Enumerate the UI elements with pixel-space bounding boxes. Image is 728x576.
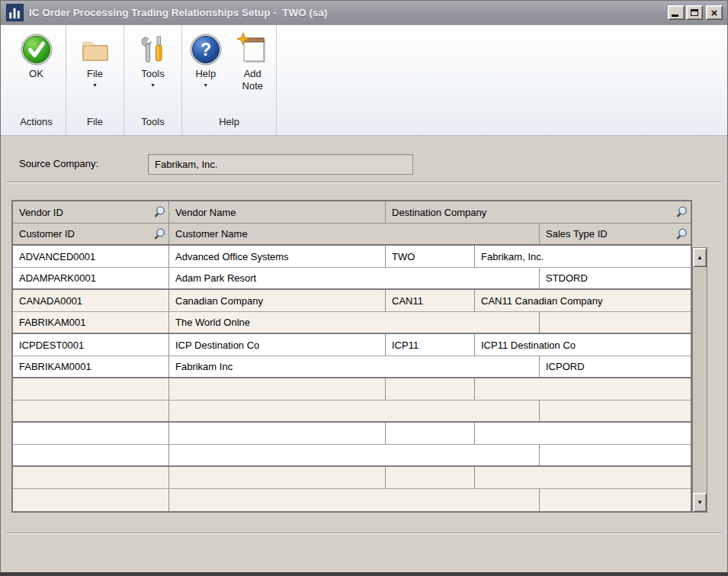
header-destination-company-label: Destination Company [392,207,486,218]
dest-company-name-cell[interactable]: Fabrikam, Inc. [475,246,691,267]
add-note-button[interactable]: Add Note [229,30,277,113]
app-logo-icon [6,4,24,21]
sales-type-id-cell[interactable]: STDORD [540,268,691,288]
header-customer-name-label: Customer Name [175,228,248,240]
grid-header-row-customer: Customer ID Customer Name Sales Type ID [13,224,691,246]
vendor-id-lookup-icon[interactable] [152,205,165,219]
vendor-name-cell[interactable]: Canadian Company [169,290,386,311]
add-note-icon [235,31,270,68]
customer-id-cell[interactable]: ADAMPARK0001 [13,268,169,288]
window-title: IC Order Processing Trading Relationship… [29,7,666,18]
divider-bottom [7,533,721,534]
customer-id-cell[interactable] [13,445,169,465]
grid-row-customer[interactable]: ADAMPARK0001 Adam Park Resort STDORD [13,268,691,290]
add-note-button-label: Add Note [235,68,270,92]
sales-type-id-cell[interactable] [540,489,691,511]
grid-row-vendor[interactable]: ADVANCED0001 Advanced Office Systems TWO… [13,246,691,268]
vendor-name-cell[interactable] [169,423,386,444]
ribbon-group-label-help: Help [182,113,276,135]
sales-type-id-lookup-icon[interactable] [675,227,688,241]
ribbon: OK Actions File ▼ [1,24,727,136]
scroll-up-button[interactable]: ▲ [693,248,707,267]
grid-row-customer[interactable] [13,489,691,511]
file-dropdown-arrow-icon[interactable]: ▼ [92,82,98,88]
source-company-field[interactable]: Fabrikam, Inc. [148,154,413,175]
vendor-id-cell[interactable] [13,423,169,444]
header-vendor-name-label: Vendor Name [175,207,236,218]
customer-id-cell[interactable] [13,401,169,421]
customer-name-cell[interactable]: Adam Park Resort [169,268,540,288]
ok-button[interactable]: OK [13,30,60,113]
sales-type-id-cell[interactable] [540,312,691,333]
dest-company-id-cell[interactable]: TWO [386,246,475,267]
file-button[interactable]: File ▼ [72,30,119,113]
vendor-id-cell[interactable] [13,467,169,488]
customer-name-cell[interactable]: Fabrikam Inc [169,356,540,377]
customer-id-cell[interactable]: FABRIKAM001 [13,312,169,333]
scroll-up-arrow-icon: ▲ [697,254,703,261]
ok-check-icon [19,31,54,68]
customer-id-cell[interactable] [13,489,169,511]
grid-row-vendor[interactable] [13,467,691,489]
maximize-icon [691,9,698,16]
sales-type-id-cell[interactable]: ICPORD [540,356,691,377]
header-vendor-name: Vendor Name [169,201,386,223]
minimize-icon [672,14,678,17]
sales-type-id-cell[interactable] [540,445,691,465]
vendor-name-cell[interactable]: Advanced Office Systems [169,246,386,267]
ribbon-group-file: File ▼ File [66,25,124,135]
vendor-id-cell[interactable]: CANADA0001 [13,290,169,311]
window-content: Source Company: Fabrikam, Inc. Vendor ID… [1,137,727,572]
help-dropdown-arrow-icon[interactable]: ▼ [203,82,208,88]
help-button[interactable]: ? Help ▼ [182,30,229,113]
dest-company-id-cell[interactable]: CAN11 [386,290,475,311]
dest-company-name-cell[interactable] [475,467,691,488]
grid-row-customer[interactable]: FABRIKAM001 The World Onlne [13,312,691,334]
folder-icon [78,31,113,68]
destination-company-lookup-icon[interactable] [675,205,688,219]
vendor-name-cell[interactable] [169,467,386,488]
customer-name-cell[interactable]: The World Onlne [169,312,540,333]
grid-row-customer[interactable] [13,401,691,423]
vendor-id-cell[interactable]: ICPDEST0001 [13,334,169,356]
tools-button-label: Tools [141,68,164,80]
customer-name-cell[interactable] [169,445,540,465]
ribbon-group-label-tools: Tools [124,113,181,135]
tools-button[interactable]: Tools ▼ [130,30,177,113]
dest-company-name-cell[interactable]: CAN11 Canadian Company [475,290,691,311]
vendor-name-cell[interactable]: ICP Destination Co [169,334,386,356]
scroll-down-button[interactable]: ▼ [693,493,707,512]
grid-row-vendor[interactable] [13,423,691,445]
vendor-id-cell[interactable] [13,378,169,400]
source-company-label: Source Company: [19,158,98,169]
customer-id-lookup-icon[interactable] [152,227,165,241]
dest-company-id-cell[interactable] [386,378,475,400]
tools-dropdown-arrow-icon[interactable]: ▼ [150,82,156,88]
ribbon-group-label-file: File [66,113,123,135]
svg-text:?: ? [200,40,211,60]
trading-relationships-grid: Vendor ID Vendor Name Destination Compan… [11,200,692,513]
grid-row-customer[interactable] [13,445,691,467]
vendor-name-cell[interactable] [169,378,386,400]
minimize-button[interactable] [668,5,685,20]
tools-icon [136,31,171,68]
grid-row-vendor[interactable]: ICPDEST0001 ICP Destination Co ICP11 ICP… [13,334,691,356]
dest-company-id-cell[interactable]: ICP11 [386,334,475,356]
grid-vertical-scrollbar[interactable]: ▲ ▼ [692,247,707,513]
dest-company-name-cell[interactable] [475,423,691,444]
customer-name-cell[interactable] [169,489,540,511]
customer-id-cell[interactable]: FABRIKAM0001 [13,356,169,377]
grid-row-vendor[interactable] [13,378,691,401]
customer-name-cell[interactable] [169,401,540,421]
maximize-button[interactable] [686,5,703,20]
sales-type-id-cell[interactable] [540,401,691,421]
dest-company-name-cell[interactable] [475,378,691,400]
ribbon-group-tools: Tools ▼ Tools [124,25,182,135]
dest-company-id-cell[interactable] [386,423,475,444]
grid-row-vendor[interactable]: CANADA0001 Canadian Company CAN11 CAN11 … [13,290,691,312]
grid-row-customer[interactable]: FABRIKAM0001 Fabrikam Inc ICPORD [13,356,691,378]
vendor-id-cell[interactable]: ADVANCED0001 [13,246,169,267]
dest-company-name-cell[interactable]: ICP11 Destination Co [475,334,691,356]
close-button[interactable]: × [706,5,723,20]
dest-company-id-cell[interactable] [386,467,475,488]
